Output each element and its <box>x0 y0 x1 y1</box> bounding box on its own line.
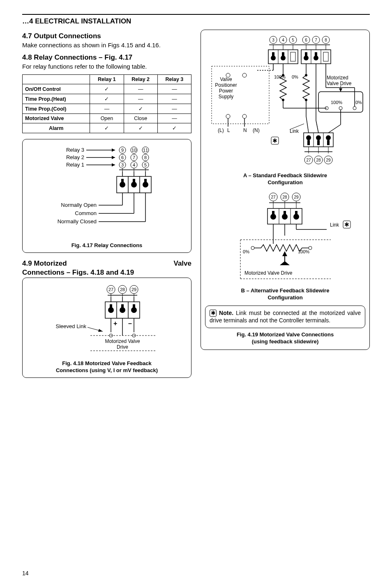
heading-4-9-right: Valve <box>174 259 192 268</box>
label-sleeved-link: Sleeved Link <box>56 323 87 329</box>
label-normally-open: Normally Open <box>61 202 97 208</box>
label-100pct-c: 100% <box>298 249 309 254</box>
svg-text:✱: ✱ <box>344 221 349 228</box>
label-0pct-b: 0% <box>355 100 362 105</box>
svg-rect-62 <box>121 304 124 310</box>
label-valve: Valve <box>220 76 232 82</box>
slidewire-icon <box>280 64 309 108</box>
table-cell: ✓ <box>90 94 124 104</box>
label-positioner: Positioner <box>215 82 237 88</box>
svg-rect-99 <box>291 52 295 61</box>
table-cell: — <box>157 114 191 123</box>
pin-numbers-bottom: 27 28 29 <box>304 156 332 164</box>
svg-point-195 <box>251 246 254 250</box>
heading-4-7: 4.7 Output Connections <box>22 32 191 40</box>
svg-text:27: 27 <box>108 287 113 292</box>
table-cell: — <box>124 84 157 94</box>
svg-point-150 <box>326 135 331 140</box>
text-4-7: Make connections as shown in Figs 4.15 a… <box>22 41 191 49</box>
label-common: Common <box>75 210 97 216</box>
svg-rect-96 <box>272 52 274 57</box>
table-cell: Close <box>124 114 157 123</box>
svg-marker-5 <box>112 163 115 167</box>
heading-4-9-sub: Connections – Figs. 4.18 and 4.19 <box>22 269 191 277</box>
text-4-8: For relay functions refer to the followi… <box>22 63 191 71</box>
svg-rect-64 <box>133 304 135 310</box>
svg-rect-149 <box>317 140 320 145</box>
star-icon: ✱ <box>210 310 217 317</box>
svg-rect-32 <box>121 179 124 185</box>
table-cell: ✓ <box>157 123 191 133</box>
table-cell: Open <box>90 114 124 123</box>
svg-rect-182 <box>284 211 286 217</box>
label-N-paren: (N) <box>253 127 260 133</box>
table-header <box>23 75 90 84</box>
heading-4-8: 4.8 Relay Connections – Fig. 4.17 <box>22 53 191 62</box>
figure-4-18: 27 28 29 <box>22 278 191 378</box>
table-header: Relay 1 <box>90 75 124 84</box>
svg-text:28: 28 <box>120 287 125 292</box>
figure-4-17: Relay 3 Relay 2 Relay 1 9 10 11 6 <box>22 139 191 253</box>
label-L-paren: (L) <box>218 127 224 133</box>
pin-numbers-b: 27 28 29 <box>269 193 300 201</box>
label-normally-closed: Normally Closed <box>58 218 97 225</box>
label-100pct: 100% <box>274 74 286 79</box>
svg-marker-128 <box>339 88 342 92</box>
figure-caption: Fig. 4.17 Relay Connections <box>27 242 187 249</box>
svg-text:7: 7 <box>133 155 135 160</box>
svg-marker-3 <box>112 156 115 159</box>
table-cell: — <box>157 94 191 104</box>
table-cell: ✓ <box>124 104 157 114</box>
svg-rect-34 <box>133 179 135 185</box>
svg-rect-60 <box>110 304 112 310</box>
table-cell: ✓ <box>124 123 157 133</box>
svg-line-155 <box>328 125 341 133</box>
label-relay2: Relay 2 <box>66 154 84 160</box>
svg-text:28: 28 <box>316 158 321 162</box>
svg-marker-202 <box>280 261 290 265</box>
label-mvd-b: Motorized Valve Drive <box>244 270 293 276</box>
svg-rect-184 <box>295 211 297 217</box>
svg-rect-147 <box>307 140 310 145</box>
svg-point-130 <box>339 106 342 110</box>
svg-point-125 <box>305 99 307 101</box>
svg-point-131 <box>353 106 356 110</box>
svg-point-117 <box>226 114 230 118</box>
svg-rect-98 <box>282 52 284 57</box>
label-supply: Supply <box>219 94 234 100</box>
caption-b: B – Alternative Feedback Slidewire Confi… <box>203 287 367 301</box>
table-header: Relay 3 <box>157 75 191 84</box>
svg-rect-180 <box>272 211 274 217</box>
section-header: …4 ELECTRICAL INSTALLATION <box>22 17 370 25</box>
svg-line-152 <box>306 116 309 133</box>
pin-numbers-top: 3 4 5 6 7 8 <box>270 36 330 44</box>
label-relay3: Relay 3 <box>66 147 84 153</box>
svg-rect-36 <box>144 179 147 185</box>
table-cell: On/Off Control <box>23 84 90 94</box>
terminal-block-icon <box>267 204 302 224</box>
svg-text:4: 4 <box>282 38 284 42</box>
label-0pct: 0% <box>292 74 298 79</box>
svg-text:27: 27 <box>271 195 276 199</box>
svg-marker-201 <box>282 251 287 256</box>
svg-point-123 <box>282 99 284 101</box>
svg-text:4: 4 <box>133 162 135 167</box>
svg-text:3: 3 <box>272 38 274 42</box>
svg-marker-1 <box>112 148 115 152</box>
figure-4-19: 3 4 5 6 7 8 <box>201 30 370 350</box>
svg-rect-106 <box>315 52 317 57</box>
label-0pct-c: 0% <box>243 249 249 254</box>
table-cell: — <box>90 104 124 114</box>
pin-numbers: 27 28 29 <box>107 285 138 294</box>
heading-4-9-left: 4.9 Motorized <box>22 259 67 268</box>
svg-text:8: 8 <box>325 38 327 42</box>
svg-text:29: 29 <box>294 195 299 199</box>
svg-rect-104 <box>305 52 307 57</box>
svg-point-124 <box>305 74 307 76</box>
svg-point-146 <box>306 135 311 140</box>
svg-text:10: 10 <box>131 148 136 153</box>
svg-text:29: 29 <box>326 158 331 162</box>
figure-caption: Fig. 4.19 Motorized Valve Connections (u… <box>203 331 367 345</box>
table-header: Relay 2 <box>124 75 157 84</box>
label-drive: Drive <box>117 344 128 350</box>
